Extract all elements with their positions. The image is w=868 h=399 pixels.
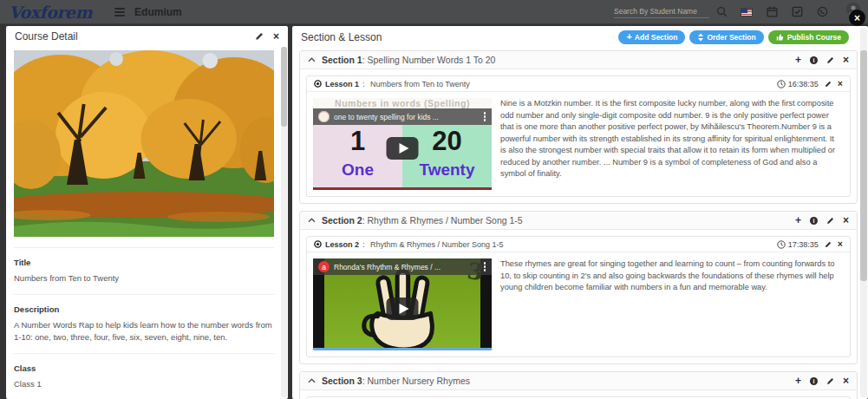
right-panel-scrollbar[interactable] [860, 28, 867, 397]
right-panel-scrollbar-thumb[interactable] [860, 50, 867, 281]
section-header[interactable]: Section 2: Rhythm & Rhymes / Number Song… [300, 212, 857, 230]
field-label: Description [14, 304, 274, 314]
section-card: Section 3: Number Nursery Rhymes + i × L… [299, 371, 858, 399]
section-label: Section 1 [322, 55, 362, 65]
delete-section-icon[interactable]: × [843, 376, 849, 386]
course-detail-title: Course Detail [15, 30, 78, 43]
divider [14, 247, 274, 248]
divider [14, 353, 274, 354]
video-channel-avatar[interactable]: a [318, 261, 330, 272]
edit-section-icon[interactable] [826, 56, 834, 64]
lesson-dot-icon [314, 240, 322, 248]
lesson-title: Rhythm & Rhymes / Number Song 1-5 [370, 240, 504, 249]
section-card: Section 1: Spelling Number Words 1 To 20… [299, 50, 858, 204]
video-menu-icon[interactable] [483, 261, 487, 273]
lesson-label: Lesson 1 [325, 80, 359, 88]
lesson-time: 16:38:35 [777, 80, 819, 88]
section-label: Section 2 [322, 215, 362, 226]
divider [14, 294, 274, 295]
video-title-link[interactable]: Rhonda's Rhythm & Rhymes / ... [334, 263, 479, 271]
video-title-link[interactable]: one to twenty spelling for kids ... [334, 113, 479, 121]
check-square-icon[interactable] [791, 6, 803, 18]
course-detail-panel: Course Detail × [6, 26, 288, 399]
language-flag-icon[interactable] [741, 6, 753, 18]
left-panel-scrollbar[interactable] [281, 47, 287, 397]
field-value: A Number Words Rap to help kids learn ho… [14, 319, 274, 343]
lesson-card: Lesson 2: Rhythm & Rhymes / Number Song … [306, 236, 851, 357]
close-course-detail-icon[interactable]: × [273, 31, 279, 42]
info-icon[interactable]: i [810, 56, 818, 64]
lesson-card: Lesson 1: Numbers from Ten to Twenty 16:… [306, 75, 851, 197]
lesson-description: These rhymes are great for singing toget… [500, 258, 844, 350]
modal-close-button[interactable]: × [849, 10, 865, 26]
whatsapp-icon[interactable] [816, 6, 828, 18]
section-card: Section 2: Rhythm & Rhymes / Number Song… [299, 211, 858, 364]
field-value: Numbers from Ten to Twenty [14, 272, 274, 284]
section-title: Rhythm & Rhymes / Number Song 1-5 [368, 215, 523, 226]
top-header: Voxforem Edumium [0, 0, 868, 24]
lesson-video-player[interactable]: Numbers in words (Spelling) one to twent… [313, 98, 492, 190]
clock-icon [777, 240, 786, 249]
chevron-up-icon[interactable] [308, 378, 316, 383]
lesson-dot-icon [314, 80, 322, 88]
section-lesson-title: Section & Lesson [301, 31, 382, 43]
thumbs-up-icon [776, 33, 785, 42]
delete-lesson-icon[interactable]: × [838, 79, 843, 88]
app-title: Edumium [134, 6, 182, 18]
edit-lesson-icon[interactable] [825, 81, 832, 88]
info-icon[interactable]: i [810, 217, 818, 225]
edit-course-icon[interactable] [255, 32, 264, 41]
field-label: Class [14, 363, 274, 373]
chevron-up-icon[interactable] [308, 57, 316, 62]
search-input[interactable] [614, 5, 709, 18]
plus-icon: + [626, 32, 631, 42]
edit-lesson-icon[interactable] [825, 241, 832, 248]
lesson-video-player[interactable]: 3 [313, 258, 492, 350]
lesson-label: Lesson 2 [325, 240, 359, 249]
section-header[interactable]: Section 1: Spelling Number Words 1 To 20… [300, 51, 857, 69]
modal-overlay: Voxforem Edumium × [0, 0, 868, 399]
add-lesson-icon[interactable]: + [795, 215, 801, 226]
clock-icon [777, 80, 786, 88]
section-title: Spelling Number Words 1 To 20 [368, 55, 496, 65]
left-panel-scrollbar-thumb[interactable] [281, 47, 287, 127]
sort-icon [697, 33, 704, 42]
lesson-time: 17:38:35 [777, 240, 819, 249]
lesson-description: Nine is a Motzkin number. It is the firs… [500, 98, 844, 190]
search-icon[interactable] [715, 6, 728, 18]
calendar-icon[interactable] [766, 6, 778, 18]
field-title: Title Numbers from Ten to Twenty [14, 258, 274, 284]
delete-section-icon[interactable]: × [843, 55, 849, 65]
field-class: Class Class 1 [14, 363, 274, 389]
field-description: Description A Number Words Rap to help k… [14, 304, 274, 343]
add-lesson-icon[interactable]: + [795, 55, 801, 65]
course-image [14, 50, 274, 237]
info-icon[interactable]: i [810, 377, 818, 385]
add-section-button[interactable]: + Add Section [618, 30, 685, 44]
order-section-button[interactable]: Order Section [689, 30, 763, 44]
edit-section-icon[interactable] [826, 217, 834, 225]
field-label: Title [14, 258, 274, 267]
voxforem-logo: Voxforem [9, 3, 92, 22]
video-menu-icon[interactable] [483, 111, 487, 123]
delete-lesson-icon[interactable]: × [838, 239, 843, 249]
section-label: Section 3 [322, 376, 362, 386]
add-lesson-icon[interactable]: + [795, 376, 801, 386]
edit-section-icon[interactable] [826, 377, 834, 385]
publish-course-button[interactable]: Publish Course [768, 30, 849, 44]
hamburger-menu-icon[interactable] [114, 6, 125, 18]
section-lesson-panel: Section & Lesson + Add Section Order Sec… [292, 26, 868, 399]
play-button[interactable] [387, 137, 419, 160]
delete-section-icon[interactable]: × [843, 215, 849, 226]
thumbnail-word: Twenty [402, 160, 492, 180]
section-header[interactable]: Section 3: Number Nursery Rhymes + i × [300, 372, 857, 390]
thumbnail-word: One [313, 160, 402, 180]
section-title: Number Nursery Rhymes [368, 376, 470, 386]
chevron-up-icon[interactable] [308, 218, 316, 223]
video-channel-avatar[interactable] [318, 111, 330, 122]
play-button[interactable] [387, 298, 419, 320]
field-value: Class 1 [14, 378, 274, 389]
lesson-title: Numbers from Ten to Twenty [370, 80, 470, 88]
